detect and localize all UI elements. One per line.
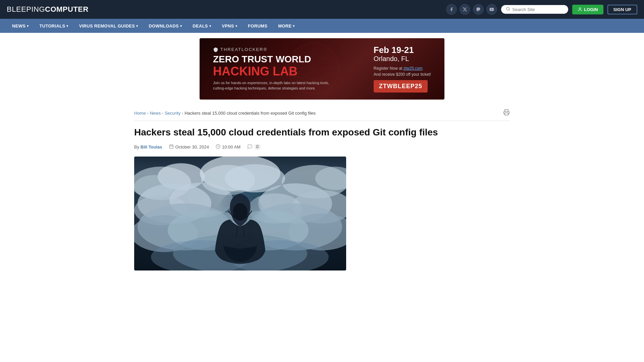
banner-promo-code: ZTWBLEEP25 xyxy=(374,80,428,93)
print-icon[interactable] xyxy=(503,109,510,117)
nav-news[interactable]: NEWS ▾ xyxy=(7,19,34,33)
author-link[interactable]: Bill Toulas xyxy=(141,144,162,149)
nav-deals-arrow: ▾ xyxy=(209,24,211,28)
article-image-container xyxy=(134,157,346,270)
youtube-icon[interactable] xyxy=(486,4,497,15)
search-input[interactable] xyxy=(512,7,564,12)
calendar-icon xyxy=(169,144,174,150)
breadcrumb-sep-1: › xyxy=(147,111,149,116)
banner-register-text: Register Now at ztw25.com xyxy=(374,66,431,71)
breadcrumb-news[interactable]: News xyxy=(150,111,161,116)
nav-vpns-arrow: ▾ xyxy=(235,24,237,28)
svg-point-9 xyxy=(288,43,339,94)
hacker-figure-svg xyxy=(210,183,270,270)
banner-right-content: Feb 19-21 Orlando, FL Register Now at zt… xyxy=(374,45,431,93)
comments-link[interactable]: 0 xyxy=(247,144,261,150)
nav-more-arrow: ▾ xyxy=(293,24,294,28)
nav-tutorials[interactable]: TUTORIALS ▾ xyxy=(34,19,74,33)
nav-deals[interactable]: DEALS ▾ xyxy=(187,19,216,33)
content-wrapper: Home › News › Security › Hackers steal 1… xyxy=(127,105,517,270)
svg-point-3 xyxy=(579,8,581,9)
signup-button[interactable]: SIGN UP xyxy=(607,5,637,14)
clock-icon xyxy=(216,144,220,150)
comments-count: 0 xyxy=(254,144,261,150)
article-time: 10:00 AM xyxy=(216,144,240,150)
breadcrumb-security[interactable]: Security xyxy=(165,111,180,116)
breadcrumb-sep-3: › xyxy=(182,111,183,116)
article-meta: By Bill Toulas October 30, 2024 10:00 AM… xyxy=(134,144,510,150)
social-icons-group xyxy=(446,4,497,15)
facebook-icon[interactable] xyxy=(446,4,457,15)
logo-bold: COMPUTER xyxy=(45,5,89,13)
main-nav: NEWS ▾ TUTORIALS ▾ VIRUS REMOVAL GUIDES … xyxy=(0,19,644,33)
header-right: LOGIN SIGN UP xyxy=(446,4,637,15)
nav-downloads-arrow: ▾ xyxy=(180,24,182,28)
svg-rect-11 xyxy=(169,145,173,148)
svg-line-2 xyxy=(509,10,509,10)
breadcrumb-left: Home › News › Security › Hackers steal 1… xyxy=(134,111,316,116)
search-icon xyxy=(506,7,510,12)
banner-globe-decoration xyxy=(287,42,340,95)
threatlocker-icon xyxy=(213,47,218,52)
banner-advertisement[interactable]: THREATLOCKER® ZERO TRUST WORLD HACKING L… xyxy=(200,38,444,100)
comments-icon xyxy=(247,144,253,149)
article-image xyxy=(134,157,346,270)
article-author: By Bill Toulas xyxy=(134,144,162,149)
banner-register-site: ztw25.com xyxy=(404,66,423,71)
nav-more[interactable]: MORE ▾ xyxy=(273,19,300,33)
breadcrumb-current: Hackers steal 15,000 cloud credentials f… xyxy=(184,111,316,116)
article-date-text: October 30, 2024 xyxy=(175,144,209,149)
site-logo[interactable]: BLEEPINGCOMPUTER xyxy=(7,5,89,14)
nav-tutorials-arrow: ▾ xyxy=(66,24,68,28)
logo-light: BLEEPING xyxy=(7,5,45,13)
nav-news-arrow: ▾ xyxy=(27,24,29,28)
nav-vpns[interactable]: VPNS ▾ xyxy=(216,19,243,33)
breadcrumb-sep-2: › xyxy=(162,111,163,116)
article-title: Hackers steal 15,000 cloud credentials f… xyxy=(134,126,510,138)
breadcrumb-home[interactable]: Home xyxy=(134,111,146,116)
nav-downloads[interactable]: DOWNLOADS ▾ xyxy=(144,19,187,33)
article-time-text: 10:00 AM xyxy=(222,144,240,149)
search-bar[interactable] xyxy=(501,5,568,14)
twitter-icon[interactable] xyxy=(460,4,470,15)
banner-date: Feb 19-21 xyxy=(374,45,431,55)
site-header: BLEEPINGCOMPUTER LOGIN xyxy=(0,0,644,19)
banner-city: Orlando, FL xyxy=(374,55,431,63)
nav-forums[interactable]: FORUMS xyxy=(243,19,273,33)
nav-virus-removal[interactable]: VIRUS REMOVAL GUIDES ▾ xyxy=(74,19,144,33)
svg-point-1 xyxy=(506,7,509,10)
svg-rect-10 xyxy=(505,113,508,115)
breadcrumb: Home › News › Security › Hackers steal 1… xyxy=(134,105,510,121)
mastodon-icon[interactable] xyxy=(473,4,484,15)
banner-discount: And receive $200 off your ticket! xyxy=(374,72,431,77)
login-button[interactable]: LOGIN xyxy=(572,5,603,14)
article-date: October 30, 2024 xyxy=(169,144,209,150)
nav-virus-arrow: ▾ xyxy=(136,24,138,28)
